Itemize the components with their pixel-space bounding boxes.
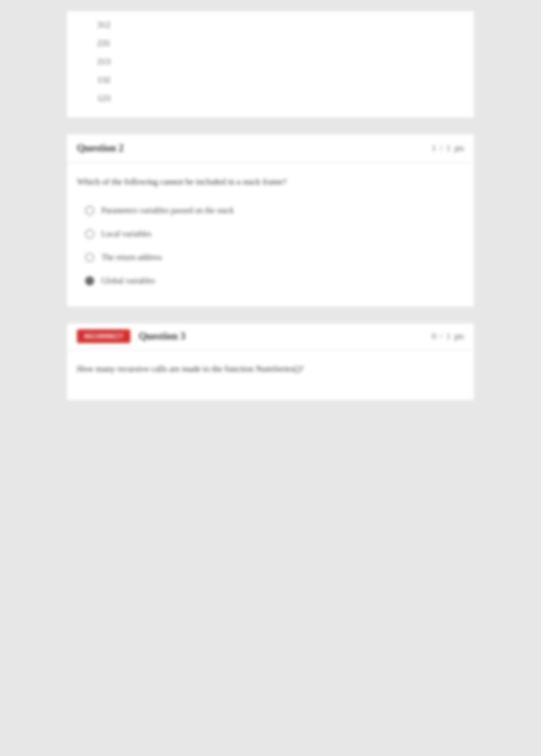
answer-option-d[interactable]: Global variables — [77, 271, 464, 291]
question-3-text: How many recursive calls are made to the… — [77, 362, 464, 376]
question-3-title: Question 3 — [139, 330, 185, 342]
answer-option-132: 132 — [97, 71, 464, 89]
question-2-header: Question 2 1 / 1 pts — [67, 134, 474, 163]
radio-b — [85, 229, 94, 239]
answer-option-312: 312 — [97, 16, 464, 34]
radio-c — [85, 253, 94, 262]
question-3-points: 0 / 1 pts — [432, 332, 464, 341]
answer-option-b[interactable]: Local variables — [77, 224, 464, 244]
answer-options-list: Parameters variables passed on the stack… — [77, 201, 464, 291]
answer-option-213: 213 — [97, 53, 464, 71]
question-2-title: Question 2 — [77, 142, 124, 154]
question-3-header: INCORRECT Question 3 0 / 1 pts — [67, 323, 474, 350]
question-2-text: Which of the following cannot be include… — [77, 175, 464, 189]
answer-option-c-text: The return address — [101, 253, 162, 262]
question-2-body: Which of the following cannot be include… — [67, 163, 474, 307]
radio-a — [85, 206, 94, 215]
answer-option-123: 123 — [97, 89, 464, 108]
answer-option-a-text: Parameters variables passed on the stack — [101, 206, 234, 215]
answer-option-d-text: Global variables — [101, 276, 155, 285]
answer-option-c[interactable]: The return address — [77, 248, 464, 267]
question-2-card: Question 2 1 / 1 pts Which of the follow… — [66, 134, 475, 307]
answer-option-a[interactable]: Parameters variables passed on the stack — [77, 201, 464, 220]
question-3-body: How many recursive calls are made to the… — [67, 350, 474, 400]
question-3-card: INCORRECT Question 3 0 / 1 pts How many … — [66, 323, 475, 401]
question-2-points: 1 / 1 pts — [432, 144, 464, 153]
incorrect-badge: INCORRECT — [77, 329, 130, 343]
answer-option-b-text: Local variables — [101, 229, 151, 239]
answer-option-231: 231 — [97, 34, 464, 53]
radio-d — [85, 276, 94, 285]
previous-question-answers: 312 231 213 132 123 — [66, 10, 475, 118]
